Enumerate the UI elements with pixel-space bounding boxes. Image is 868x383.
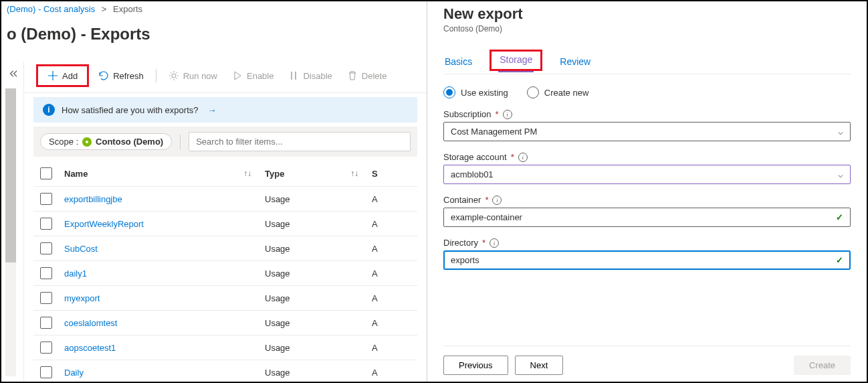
- create-button[interactable]: Create: [794, 356, 851, 375]
- svg-point-0: [172, 74, 176, 78]
- header-s[interactable]: S: [372, 169, 378, 179]
- feedback-infobar[interactable]: i How satisfied are you with exports? →: [33, 97, 417, 123]
- required-icon: *: [485, 195, 488, 205]
- row-status: A: [372, 293, 392, 303]
- panel-title: New export: [443, 1, 851, 23]
- scrollbar-thumb[interactable]: [5, 88, 16, 262]
- row-type: Usage: [265, 219, 372, 229]
- panel-subtitle: Contoso (Demo): [443, 24, 851, 33]
- row-name-link[interactable]: myexport: [64, 293, 265, 303]
- delete-button[interactable]: Delete: [342, 68, 393, 84]
- info-icon: i: [43, 104, 55, 116]
- row-type: Usage: [265, 194, 372, 204]
- row-checkbox[interactable]: [40, 218, 52, 230]
- table-row: coeslalomtestUsageA: [33, 311, 417, 335]
- row-checkbox[interactable]: [40, 366, 52, 378]
- row-status: A: [372, 368, 392, 378]
- row-name-link[interactable]: aopscoetest1: [64, 343, 265, 353]
- table-row: SubCostUsageA: [33, 236, 417, 261]
- scope-value: Contoso (Demo): [96, 137, 163, 147]
- subscription-select[interactable]: Cost Management PM⌵: [443, 122, 851, 141]
- table-row: ExportWeeklyReportUsageA: [33, 212, 417, 236]
- row-type: Usage: [265, 293, 372, 303]
- row-status: A: [372, 244, 392, 254]
- scope-dot-icon: [82, 137, 92, 147]
- header-name[interactable]: Name: [64, 169, 88, 179]
- row-name-link[interactable]: daily1: [64, 269, 265, 279]
- collapse-sidebar-button[interactable]: [1, 62, 24, 86]
- info-icon[interactable]: i: [492, 196, 502, 205]
- radio-use-existing[interactable]: Use existing: [443, 86, 508, 98]
- enable-button[interactable]: Enable: [227, 68, 279, 84]
- row-name-link[interactable]: SubCost: [64, 244, 265, 254]
- row-type: Usage: [265, 343, 372, 353]
- panel-tabs: Basics Storage Review: [443, 52, 851, 74]
- subscription-label: Subscription: [443, 109, 492, 119]
- info-icon[interactable]: i: [490, 238, 499, 248]
- tab-basics[interactable]: Basics: [443, 52, 473, 74]
- row-checkbox[interactable]: [40, 292, 52, 304]
- directory-label: Directory: [443, 238, 478, 248]
- container-label: Container: [443, 195, 481, 205]
- previous-button[interactable]: Previous: [443, 356, 508, 375]
- sort-icon[interactable]: ↑↓: [243, 169, 251, 178]
- exports-table: Name↑↓ Type↑↓ S exportbillingjbeUsageAEx…: [33, 161, 417, 383]
- row-checkbox[interactable]: [40, 193, 52, 205]
- next-button[interactable]: Next: [515, 356, 564, 375]
- breadcrumb: (Demo) - Cost analysis > Exports: [1, 1, 427, 17]
- row-name-link[interactable]: exportbillingjbe: [64, 194, 265, 204]
- row-checkbox[interactable]: [40, 317, 52, 329]
- table-row: exportbillingjbeUsageA: [33, 187, 417, 212]
- storage-account-select[interactable]: acmblob01⌵: [443, 165, 851, 184]
- new-export-panel: New export Contoso (Demo) Basics Storage…: [427, 1, 867, 383]
- required-icon: *: [482, 238, 485, 248]
- info-icon[interactable]: i: [503, 110, 512, 119]
- toolbar: Add Refresh Run now Enable Disable: [24, 62, 427, 93]
- radio-create-new[interactable]: Create new: [527, 86, 588, 98]
- infobar-text: How satisfied are you with exports?: [62, 105, 198, 115]
- add-button[interactable]: Add: [42, 68, 83, 84]
- chevron-down-icon: ⌵: [838, 127, 843, 137]
- row-name-link[interactable]: coeslalomtest: [64, 318, 265, 328]
- filter-bar: Scope : Contoso (Demo): [33, 127, 417, 157]
- refresh-button[interactable]: Refresh: [93, 68, 149, 84]
- chevron-down-icon: ⌵: [838, 169, 843, 179]
- run-now-button[interactable]: Run now: [163, 68, 223, 84]
- row-status: A: [372, 343, 392, 353]
- table-row: DailyUsageA: [33, 360, 417, 383]
- search-input[interactable]: [189, 132, 411, 151]
- header-type[interactable]: Type: [265, 169, 284, 179]
- add-button-highlight: Add: [36, 64, 89, 87]
- required-icon: *: [496, 109, 499, 119]
- tab-storage[interactable]: Storage: [498, 50, 534, 72]
- row-name-link[interactable]: ExportWeeklyReport: [64, 219, 265, 229]
- scope-label: Scope :: [49, 137, 78, 147]
- panel-footer: Previous Next Create: [443, 346, 851, 375]
- breadcrumb-link-cost[interactable]: (Demo) - Cost analysis: [7, 4, 95, 14]
- page-title: o (Demo) - Exports: [1, 17, 427, 54]
- left-gutter: [1, 62, 24, 383]
- directory-input[interactable]: exports: [443, 250, 851, 270]
- gear-icon: [169, 70, 179, 81]
- tab-review[interactable]: Review: [558, 52, 592, 74]
- table-row: aopscoetest1UsageA: [33, 335, 417, 360]
- refresh-icon: [98, 70, 109, 81]
- scope-pill[interactable]: Scope : Contoso (Demo): [40, 133, 172, 150]
- required-icon: *: [511, 152, 514, 162]
- row-type: Usage: [265, 318, 372, 328]
- breadcrumb-current: Exports: [113, 4, 142, 14]
- row-checkbox[interactable]: [40, 242, 52, 254]
- disable-button[interactable]: Disable: [283, 68, 337, 84]
- row-checkbox[interactable]: [40, 267, 52, 279]
- row-status: A: [372, 194, 392, 204]
- trash-icon: [347, 70, 358, 81]
- row-name-link[interactable]: Daily: [64, 368, 265, 378]
- plus-icon: [47, 70, 58, 81]
- row-type: Usage: [265, 244, 372, 254]
- row-status: A: [372, 318, 392, 328]
- container-input[interactable]: example-container: [443, 208, 851, 227]
- info-icon[interactable]: i: [518, 153, 528, 162]
- sort-icon[interactable]: ↑↓: [350, 169, 358, 178]
- select-all-checkbox[interactable]: [40, 167, 52, 179]
- row-checkbox[interactable]: [40, 341, 52, 354]
